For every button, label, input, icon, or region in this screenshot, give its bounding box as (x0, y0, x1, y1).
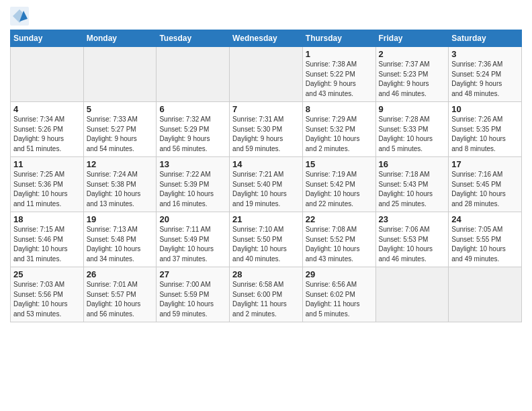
day-number: 22 (306, 214, 373, 224)
calendar-week-row: 4Sunrise: 7:34 AM Sunset: 5:26 PM Daylig… (11, 102, 522, 157)
calendar-cell: 19Sunrise: 7:13 AM Sunset: 5:48 PM Dayli… (83, 212, 157, 267)
day-number: 29 (306, 269, 373, 279)
day-info: Sunrise: 7:19 AM Sunset: 5:42 PM Dayligh… (306, 170, 373, 209)
day-info: Sunrise: 6:56 AM Sunset: 6:02 PM Dayligh… (306, 280, 373, 319)
calendar-week-row: 25Sunrise: 7:03 AM Sunset: 5:56 PM Dayli… (11, 267, 522, 322)
day-info: Sunrise: 7:37 AM Sunset: 5:23 PM Dayligh… (379, 60, 446, 99)
day-number: 8 (306, 104, 373, 114)
calendar-cell: 1Sunrise: 7:38 AM Sunset: 5:22 PM Daylig… (302, 47, 375, 102)
day-number: 7 (232, 104, 300, 114)
calendar-week-row: 11Sunrise: 7:25 AM Sunset: 5:36 PM Dayli… (11, 157, 522, 212)
day-number: 3 (451, 49, 519, 59)
calendar-cell (449, 267, 522, 322)
day-number: 9 (379, 104, 446, 114)
calendar-header-sunday: Sunday (11, 30, 84, 47)
header (10, 7, 522, 26)
calendar-cell: 14Sunrise: 7:21 AM Sunset: 5:40 PM Dayli… (230, 157, 303, 212)
day-info: Sunrise: 7:06 AM Sunset: 5:53 PM Dayligh… (379, 225, 446, 264)
day-number: 23 (379, 214, 446, 224)
calendar-cell: 27Sunrise: 7:00 AM Sunset: 5:59 PM Dayli… (157, 267, 230, 322)
day-info: Sunrise: 7:32 AM Sunset: 5:29 PM Dayligh… (159, 115, 226, 154)
day-number: 28 (232, 269, 300, 279)
day-info: Sunrise: 7:29 AM Sunset: 5:32 PM Dayligh… (306, 115, 373, 154)
calendar-cell: 28Sunrise: 6:58 AM Sunset: 6:00 PM Dayli… (230, 267, 303, 322)
day-info: Sunrise: 7:15 AM Sunset: 5:46 PM Dayligh… (13, 225, 81, 264)
day-number: 4 (13, 104, 81, 114)
calendar-cell (11, 47, 84, 102)
day-info: Sunrise: 7:36 AM Sunset: 5:24 PM Dayligh… (451, 60, 519, 99)
day-info: Sunrise: 7:01 AM Sunset: 5:57 PM Dayligh… (87, 280, 154, 319)
day-number: 1 (306, 49, 373, 59)
day-info: Sunrise: 7:28 AM Sunset: 5:33 PM Dayligh… (379, 115, 446, 154)
calendar-cell: 12Sunrise: 7:24 AM Sunset: 5:38 PM Dayli… (83, 157, 157, 212)
calendar-cell: 13Sunrise: 7:22 AM Sunset: 5:39 PM Dayli… (157, 157, 230, 212)
calendar-cell: 6Sunrise: 7:32 AM Sunset: 5:29 PM Daylig… (157, 102, 230, 157)
calendar-cell (83, 47, 157, 102)
day-number: 14 (232, 159, 300, 169)
calendar-header-friday: Friday (375, 30, 449, 47)
calendar-cell: 23Sunrise: 7:06 AM Sunset: 5:53 PM Dayli… (375, 212, 449, 267)
day-info: Sunrise: 7:00 AM Sunset: 5:59 PM Dayligh… (159, 280, 226, 319)
day-info: Sunrise: 7:11 AM Sunset: 5:49 PM Dayligh… (159, 225, 226, 264)
main-container: SundayMondayTuesdayWednesdayThursdayFrid… (0, 0, 532, 329)
day-number: 5 (87, 104, 154, 114)
calendar-cell: 22Sunrise: 7:08 AM Sunset: 5:52 PM Dayli… (302, 212, 375, 267)
day-info: Sunrise: 7:16 AM Sunset: 5:45 PM Dayligh… (451, 170, 519, 209)
calendar-cell: 4Sunrise: 7:34 AM Sunset: 5:26 PM Daylig… (11, 102, 84, 157)
day-number: 12 (87, 159, 154, 169)
calendar-table: SundayMondayTuesdayWednesdayThursdayFrid… (10, 30, 522, 322)
day-info: Sunrise: 7:10 AM Sunset: 5:50 PM Dayligh… (232, 225, 300, 264)
calendar-cell: 26Sunrise: 7:01 AM Sunset: 5:57 PM Dayli… (83, 267, 157, 322)
day-number: 20 (159, 214, 226, 224)
calendar-cell (375, 267, 449, 322)
day-number: 21 (232, 214, 300, 224)
calendar-cell: 24Sunrise: 7:05 AM Sunset: 5:55 PM Dayli… (449, 212, 522, 267)
calendar-header-row: SundayMondayTuesdayWednesdayThursdayFrid… (11, 30, 522, 47)
day-number: 24 (451, 214, 519, 224)
calendar-header-wednesday: Wednesday (230, 30, 303, 47)
calendar-cell: 2Sunrise: 7:37 AM Sunset: 5:23 PM Daylig… (375, 47, 449, 102)
calendar-cell: 20Sunrise: 7:11 AM Sunset: 5:49 PM Dayli… (157, 212, 230, 267)
calendar-header-tuesday: Tuesday (157, 30, 230, 47)
day-info: Sunrise: 7:18 AM Sunset: 5:43 PM Dayligh… (379, 170, 446, 209)
day-number: 17 (451, 159, 519, 169)
day-info: Sunrise: 7:03 AM Sunset: 5:56 PM Dayligh… (13, 280, 81, 319)
day-number: 10 (451, 104, 519, 114)
day-info: Sunrise: 7:24 AM Sunset: 5:38 PM Dayligh… (87, 170, 154, 209)
calendar-week-row: 18Sunrise: 7:15 AM Sunset: 5:46 PM Dayli… (11, 212, 522, 267)
calendar-header-saturday: Saturday (449, 30, 522, 47)
day-info: Sunrise: 7:31 AM Sunset: 5:30 PM Dayligh… (232, 115, 300, 154)
day-number: 15 (306, 159, 373, 169)
calendar-cell: 29Sunrise: 6:56 AM Sunset: 6:02 PM Dayli… (302, 267, 375, 322)
day-info: Sunrise: 7:05 AM Sunset: 5:55 PM Dayligh… (451, 225, 519, 264)
day-number: 18 (13, 214, 81, 224)
calendar-cell: 9Sunrise: 7:28 AM Sunset: 5:33 PM Daylig… (375, 102, 449, 157)
day-number: 26 (87, 269, 154, 279)
calendar-cell (157, 47, 230, 102)
calendar-cell: 5Sunrise: 7:33 AM Sunset: 5:27 PM Daylig… (83, 102, 157, 157)
day-number: 19 (87, 214, 154, 224)
day-info: Sunrise: 7:38 AM Sunset: 5:22 PM Dayligh… (306, 60, 373, 99)
day-info: Sunrise: 7:22 AM Sunset: 5:39 PM Dayligh… (159, 170, 226, 209)
calendar-cell: 25Sunrise: 7:03 AM Sunset: 5:56 PM Dayli… (11, 267, 84, 322)
day-info: Sunrise: 7:08 AM Sunset: 5:52 PM Dayligh… (306, 225, 373, 264)
calendar-header-monday: Monday (83, 30, 157, 47)
day-info: Sunrise: 7:21 AM Sunset: 5:40 PM Dayligh… (232, 170, 300, 209)
calendar-cell: 7Sunrise: 7:31 AM Sunset: 5:30 PM Daylig… (230, 102, 303, 157)
logo-icon (10, 7, 29, 26)
calendar-cell: 11Sunrise: 7:25 AM Sunset: 5:36 PM Dayli… (11, 157, 84, 212)
day-info: Sunrise: 7:33 AM Sunset: 5:27 PM Dayligh… (87, 115, 154, 154)
calendar-cell (230, 47, 303, 102)
calendar-cell: 10Sunrise: 7:26 AM Sunset: 5:35 PM Dayli… (449, 102, 522, 157)
calendar-cell: 3Sunrise: 7:36 AM Sunset: 5:24 PM Daylig… (449, 47, 522, 102)
day-number: 13 (159, 159, 226, 169)
calendar-week-row: 1Sunrise: 7:38 AM Sunset: 5:22 PM Daylig… (11, 47, 522, 102)
day-number: 16 (379, 159, 446, 169)
day-info: Sunrise: 7:34 AM Sunset: 5:26 PM Dayligh… (13, 115, 81, 154)
day-number: 2 (379, 49, 446, 59)
day-info: Sunrise: 7:25 AM Sunset: 5:36 PM Dayligh… (13, 170, 81, 209)
calendar-header-thursday: Thursday (302, 30, 375, 47)
day-number: 25 (13, 269, 81, 279)
calendar-cell: 8Sunrise: 7:29 AM Sunset: 5:32 PM Daylig… (302, 102, 375, 157)
logo (10, 7, 30, 26)
